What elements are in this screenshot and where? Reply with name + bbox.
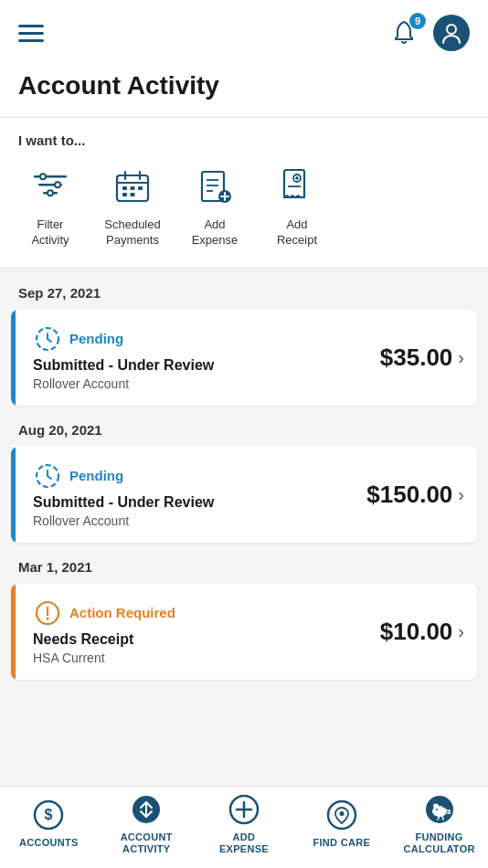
i-want-to-section: I want to... FilterActivity bbox=[0, 118, 488, 272]
pending-icon-1 bbox=[33, 461, 62, 491]
nav-find-care-label: FIND CARE bbox=[313, 837, 370, 849]
card-title-2: Needs Receipt bbox=[33, 631, 380, 648]
card-subtitle-1: Rollover Account bbox=[33, 513, 366, 528]
svg-rect-13 bbox=[138, 186, 143, 190]
svg-rect-1 bbox=[34, 175, 67, 178]
svg-rect-14 bbox=[122, 193, 127, 196]
calendar-icon bbox=[109, 163, 156, 210]
filter-activity-button[interactable]: FilterActivity bbox=[18, 163, 82, 249]
chevron-icon-0: › bbox=[458, 347, 464, 368]
nav-accounts-label: ACCOUNTS bbox=[19, 837, 79, 849]
svg-rect-11 bbox=[122, 186, 127, 190]
pending-icon-0 bbox=[33, 324, 62, 354]
location-icon bbox=[324, 798, 359, 832]
card-amount-1: $150.00 bbox=[366, 481, 452, 509]
svg-point-32 bbox=[47, 617, 49, 619]
card-subtitle-2: HSA Current bbox=[33, 651, 380, 665]
nav-add-expense-label: ADDEXPENSE bbox=[219, 831, 269, 855]
card-bar-orange-2 bbox=[11, 584, 16, 680]
scheduled-payments-button[interactable]: ScheduledPayments bbox=[101, 163, 164, 249]
card-body-2: Action Required Needs Receipt HSA Curren… bbox=[24, 598, 380, 665]
card-title-0: Submitted - Under Review bbox=[33, 357, 380, 374]
svg-point-41 bbox=[339, 811, 344, 816]
nav-funding-calculator[interactable]: FUNDINGCALCULATOR bbox=[403, 792, 476, 855]
notifications-button[interactable]: 9 bbox=[387, 16, 420, 49]
card-bar-blue-0 bbox=[11, 310, 16, 406]
svg-point-45 bbox=[436, 809, 438, 810]
add-receipt-label: AddReceipt bbox=[277, 217, 317, 249]
plus-circle-icon bbox=[227, 792, 261, 827]
card-bar-blue-1 bbox=[11, 447, 16, 543]
status-text-0: Pending bbox=[69, 331, 123, 346]
status-text-1: Pending bbox=[69, 468, 123, 483]
svg-rect-15 bbox=[131, 193, 135, 196]
svg-point-0 bbox=[447, 25, 456, 34]
filter-icon bbox=[27, 163, 74, 210]
activity-card-2[interactable]: Action Required Needs Receipt HSA Curren… bbox=[11, 584, 477, 680]
user-avatar[interactable] bbox=[433, 15, 470, 51]
activity-card-1[interactable]: Pending Submitted - Under Review Rollove… bbox=[11, 447, 477, 543]
dollar-icon: $ bbox=[31, 798, 66, 832]
status-text-2: Action Required bbox=[69, 605, 175, 620]
svg-point-6 bbox=[48, 190, 53, 196]
add-expense-icon bbox=[191, 163, 239, 210]
svg-text:$: $ bbox=[45, 807, 53, 822]
card-amount-wrap-2: $10.00 › bbox=[380, 618, 464, 646]
scheduled-payments-label: ScheduledPayments bbox=[104, 217, 160, 249]
svg-point-5 bbox=[55, 182, 60, 187]
svg-point-44 bbox=[433, 803, 439, 808]
card-status-1: Pending bbox=[33, 461, 366, 491]
svg-rect-12 bbox=[131, 186, 135, 190]
bottom-navigation: $ ACCOUNTS ACCOUNTACTIVITY ADDEXPENSE bbox=[0, 786, 488, 868]
quick-actions: FilterActivity ScheduledPayments bbox=[18, 163, 470, 249]
date-header-mar1: Mar 1, 2021 bbox=[0, 546, 488, 584]
notification-badge: 9 bbox=[409, 13, 426, 29]
date-header-sep27: Sep 27, 2021 bbox=[0, 272, 488, 310]
card-amount-wrap-1: $150.00 › bbox=[366, 481, 464, 509]
card-subtitle-0: Rollover Account bbox=[33, 376, 380, 391]
nav-account-activity-label: ACCOUNTACTIVITY bbox=[121, 831, 173, 855]
i-want-to-label: I want to... bbox=[18, 132, 470, 148]
card-amount-2: $10.00 bbox=[380, 618, 453, 646]
date-header-aug20: Aug 20, 2021 bbox=[0, 409, 488, 447]
header-right: 9 bbox=[387, 15, 470, 51]
chevron-icon-2: › bbox=[458, 621, 464, 642]
add-receipt-button[interactable]: AddReceipt bbox=[265, 163, 329, 249]
card-body-0: Pending Submitted - Under Review Rollove… bbox=[24, 324, 380, 391]
filter-activity-label: FilterActivity bbox=[31, 217, 69, 249]
page-title-section: Account Activity bbox=[0, 62, 488, 118]
svg-point-48 bbox=[442, 806, 444, 808]
chevron-icon-1: › bbox=[458, 484, 464, 505]
add-receipt-icon bbox=[273, 163, 321, 210]
app-header: 9 bbox=[0, 0, 488, 62]
nav-add-expense[interactable]: ADDEXPENSE bbox=[207, 792, 281, 855]
activity-card-0[interactable]: Pending Submitted - Under Review Rollove… bbox=[11, 310, 477, 406]
card-amount-wrap-0: $35.00 › bbox=[380, 344, 464, 372]
hamburger-menu[interactable] bbox=[18, 25, 44, 42]
svg-line-47 bbox=[442, 816, 443, 820]
card-status-2: Action Required bbox=[33, 598, 380, 628]
card-body-1: Pending Submitted - Under Review Rollove… bbox=[24, 461, 366, 528]
card-amount-0: $35.00 bbox=[380, 344, 453, 372]
piggy-icon bbox=[422, 792, 457, 827]
card-status-0: Pending bbox=[33, 324, 380, 354]
transfer-icon bbox=[129, 792, 164, 827]
svg-point-4 bbox=[40, 174, 46, 179]
nav-funding-calculator-label: FUNDINGCALCULATOR bbox=[403, 831, 474, 855]
add-expense-label: AddExpense bbox=[192, 217, 239, 249]
add-expense-button[interactable]: AddExpense bbox=[183, 163, 247, 249]
nav-accounts[interactable]: $ ACCOUNTS bbox=[12, 798, 85, 849]
action-icon-2 bbox=[33, 598, 62, 628]
nav-find-care[interactable]: FIND CARE bbox=[305, 798, 378, 849]
svg-rect-23 bbox=[284, 170, 304, 197]
activity-list: Sep 27, 2021 Pending Submitted - Under R… bbox=[0, 272, 488, 775]
page-title: Account Activity bbox=[18, 71, 470, 101]
card-title-1: Submitted - Under Review bbox=[33, 494, 366, 511]
nav-account-activity[interactable]: ACCOUNTACTIVITY bbox=[110, 792, 183, 855]
